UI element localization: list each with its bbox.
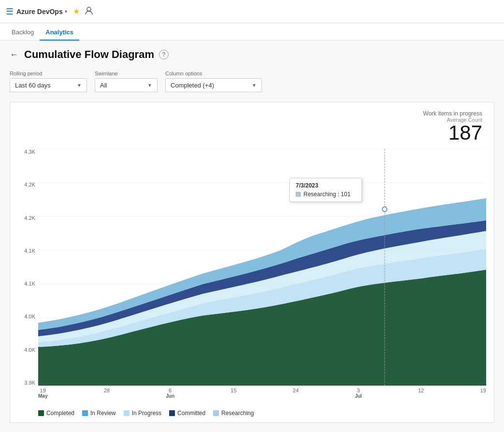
x-month: Jul: [355, 393, 361, 399]
chart-container: Work items in progress Average Count 187…: [10, 102, 494, 423]
rolling-period-group: Rolling period Last 60 days ▼: [10, 71, 87, 92]
legend-color-in-review: [82, 410, 88, 416]
x-label-may19: 19 May: [38, 388, 47, 399]
controls-row: Rolling period Last 60 days ▼ Swimlane A…: [10, 71, 494, 92]
page-title: Cumulative Flow Diagram: [24, 48, 154, 61]
legend-color-researching: [213, 410, 219, 416]
legend-color-in-progress: [124, 410, 130, 416]
legend-label-in-review: In Review: [90, 410, 116, 417]
app-icon: ☰: [6, 6, 14, 17]
y-label-1: 4.3K: [24, 149, 35, 155]
page-content: ← Cumulative Flow Diagram ? Rolling peri…: [0, 41, 504, 432]
legend-in-progress: In Progress: [124, 410, 161, 417]
legend-label-completed: Completed: [46, 410, 74, 417]
y-label-3: 4.2K: [24, 215, 35, 221]
y-label-5: 4.1K: [24, 281, 35, 287]
column-options-dropdown[interactable]: Completed (+4) ▼: [165, 78, 262, 92]
column-options-group: Column options Completed (+4) ▼: [165, 71, 262, 92]
swimlane-value: All: [100, 82, 107, 89]
y-axis: 4.3K 4.2K 4.2K 4.1K 4.1K 4.0K 4.0K 3.9K: [18, 149, 38, 386]
x-label-jul3: 3 Jul: [355, 388, 361, 399]
y-label-4: 4.1K: [24, 248, 35, 254]
x-day: 3: [357, 388, 360, 393]
column-options-value: Completed (+4): [171, 82, 214, 89]
tab-analytics[interactable]: Analytics: [40, 25, 79, 41]
legend-label-in-progress: In Progress: [132, 410, 161, 417]
x-month: Jun: [166, 393, 174, 399]
chart-stat-value: 187: [22, 123, 482, 143]
x-day: 19: [40, 388, 46, 393]
svg-point-0: [87, 7, 91, 11]
rolling-period-dropdown[interactable]: Last 60 days ▼: [10, 78, 87, 92]
x-day: 28: [104, 388, 110, 393]
back-button[interactable]: ←: [10, 50, 18, 60]
column-options-label: Column options: [165, 71, 262, 76]
y-label-2: 4.2K: [24, 182, 35, 187]
x-day: 6: [169, 388, 172, 393]
chart-area: 4.3K 4.2K 4.2K 4.1K 4.1K 4.0K 4.0K 3.9K: [18, 149, 486, 405]
star-icon[interactable]: ★: [73, 7, 80, 16]
x-day: 19: [480, 388, 486, 393]
x-label-may28: 28: [104, 388, 110, 399]
svg-point-10: [382, 207, 387, 212]
x-label-jun15: 15: [230, 388, 236, 399]
x-labels: 19 May 28 6 Jun 15: [38, 386, 486, 399]
chart-stat: Work items in progress Average Count 187: [18, 108, 486, 145]
swimlane-dropdown[interactable]: All ▼: [95, 78, 158, 92]
legend-color-committed: [169, 410, 175, 416]
x-day: 12: [418, 388, 424, 393]
caret-icon[interactable]: ▾: [65, 9, 67, 14]
title-row: ← Cumulative Flow Diagram ?: [10, 48, 494, 61]
x-month: May: [38, 393, 47, 399]
tab-backlog[interactable]: Backlog: [6, 25, 40, 41]
help-icon[interactable]: ?: [159, 50, 169, 59]
y-label-8: 3.9K: [24, 380, 35, 386]
swimlane-group: Swimlane All ▼: [95, 71, 158, 92]
legend-completed: Completed: [38, 410, 74, 417]
x-day: 15: [230, 388, 236, 393]
legend: Completed In Review In Progress Committe…: [18, 405, 486, 417]
legend-color-completed: [38, 410, 44, 416]
app-name[interactable]: Azure DevOps: [16, 8, 63, 15]
legend-researching: Researching: [213, 410, 254, 417]
x-label-jun24: 24: [293, 388, 299, 399]
top-bar: ☰ Azure DevOps ▾ ★: [0, 0, 504, 23]
chart-stat-sublabel: Average Count: [22, 117, 482, 123]
swimlane-label: Swimlane: [95, 71, 158, 76]
legend-in-review: In Review: [82, 410, 116, 417]
rolling-period-arrow: ▼: [77, 83, 82, 88]
chart-stat-label: Work items in progress: [22, 110, 482, 117]
rolling-period-value: Last 60 days: [15, 82, 51, 89]
nav-tabs: Backlog Analytics: [0, 23, 504, 41]
chart-svg: 7/3/2023 Researching : 101: [38, 149, 486, 386]
column-options-arrow: ▼: [252, 83, 257, 88]
legend-label-researching: Researching: [221, 410, 254, 417]
x-axis: 19 May 28 6 Jun 15: [38, 386, 486, 405]
rolling-period-label: Rolling period: [10, 71, 87, 76]
user-icon[interactable]: [85, 6, 93, 16]
legend-committed: Committed: [169, 410, 205, 417]
swimlane-arrow: ▼: [147, 83, 152, 88]
x-label-jul12: 12: [418, 388, 424, 399]
x-label-jun6: 6 Jun: [166, 388, 174, 399]
y-label-6: 4.0K: [24, 314, 35, 319]
x-day: 24: [293, 388, 299, 393]
legend-label-committed: Committed: [177, 410, 205, 417]
y-label-7: 4.0K: [24, 347, 35, 353]
x-label-jul19: 19: [480, 388, 486, 399]
